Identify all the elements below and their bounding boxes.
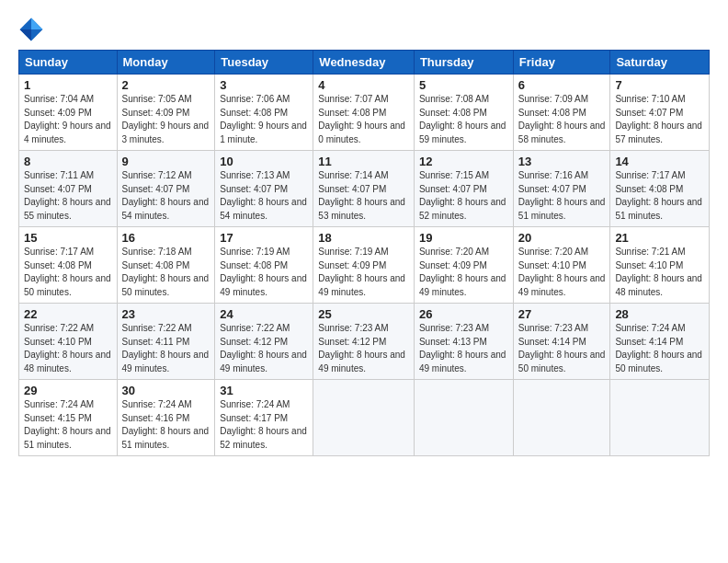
day-number-11: 11: [318, 155, 409, 168]
day-number-10: 10: [220, 155, 308, 168]
empty-cell: [313, 380, 415, 456]
day-info-6: Sunrise: 7:09 AMSunset: 4:08 PMDaylight:…: [518, 93, 606, 146]
weekday-header-monday: Monday: [117, 51, 215, 75]
day-cell-21: 21Sunrise: 7:21 AMSunset: 4:10 PMDayligh…: [610, 227, 710, 304]
week-row-1: 1Sunrise: 7:04 AMSunset: 4:09 PMDaylight…: [19, 75, 710, 151]
day-cell-10: 10Sunrise: 7:13 AMSunset: 4:07 PMDayligh…: [215, 151, 313, 227]
page: SundayMondayTuesdayWednesdayThursdayFrid…: [0, 0, 728, 563]
day-cell-22: 22Sunrise: 7:22 AMSunset: 4:10 PMDayligh…: [19, 304, 118, 380]
day-cell-17: 17Sunrise: 7:19 AMSunset: 4:08 PMDayligh…: [215, 227, 313, 304]
day-number-18: 18: [318, 231, 409, 245]
day-info-30: Sunrise: 7:24 AMSunset: 4:16 PMDaylight:…: [122, 398, 210, 452]
day-info-13: Sunrise: 7:16 AMSunset: 4:07 PMDaylight:…: [518, 169, 606, 223]
day-number-14: 14: [615, 155, 704, 168]
weekday-header-friday: Friday: [513, 51, 610, 75]
day-number-24: 24: [220, 307, 308, 321]
svg-marker-1: [31, 18, 42, 29]
day-number-15: 15: [24, 231, 112, 245]
day-number-30: 30: [122, 384, 210, 397]
day-cell-31: 31Sunrise: 7:24 AMSunset: 4:17 PMDayligh…: [215, 380, 313, 456]
day-info-15: Sunrise: 7:17 AMSunset: 4:08 PMDaylight:…: [24, 246, 112, 299]
day-cell-27: 27Sunrise: 7:23 AMSunset: 4:14 PMDayligh…: [513, 304, 610, 380]
day-cell-2: 2Sunrise: 7:05 AMSunset: 4:09 PMDaylight…: [117, 75, 215, 151]
day-number-5: 5: [419, 78, 508, 92]
day-info-23: Sunrise: 7:22 AMSunset: 4:11 PMDaylight:…: [122, 322, 210, 375]
day-cell-29: 29Sunrise: 7:24 AMSunset: 4:15 PMDayligh…: [19, 380, 118, 456]
day-cell-9: 9Sunrise: 7:12 AMSunset: 4:07 PMDaylight…: [117, 151, 215, 227]
weekday-header-row: SundayMondayTuesdayWednesdayThursdayFrid…: [19, 51, 710, 75]
logo: [18, 17, 48, 42]
day-cell-1: 1Sunrise: 7:04 AMSunset: 4:09 PMDaylight…: [19, 75, 118, 151]
weekday-header-thursday: Thursday: [414, 51, 513, 75]
day-cell-18: 18Sunrise: 7:19 AMSunset: 4:09 PMDayligh…: [313, 227, 415, 304]
day-number-28: 28: [615, 307, 704, 321]
day-number-4: 4: [318, 78, 409, 92]
day-info-27: Sunrise: 7:23 AMSunset: 4:14 PMDaylight:…: [518, 322, 606, 375]
day-info-7: Sunrise: 7:10 AMSunset: 4:07 PMDaylight:…: [615, 93, 704, 146]
day-number-8: 8: [24, 155, 112, 168]
day-number-2: 2: [122, 78, 210, 92]
week-row-2: 8Sunrise: 7:11 AMSunset: 4:07 PMDaylight…: [19, 151, 710, 227]
day-cell-6: 6Sunrise: 7:09 AMSunset: 4:08 PMDaylight…: [513, 75, 610, 151]
day-cell-5: 5Sunrise: 7:08 AMSunset: 4:08 PMDaylight…: [414, 75, 513, 151]
day-info-26: Sunrise: 7:23 AMSunset: 4:13 PMDaylight:…: [419, 322, 508, 375]
day-info-3: Sunrise: 7:06 AMSunset: 4:08 PMDaylight:…: [220, 93, 308, 146]
weekday-header-saturday: Saturday: [610, 51, 710, 75]
day-number-12: 12: [419, 155, 508, 168]
empty-cell: [610, 380, 710, 456]
day-info-19: Sunrise: 7:20 AMSunset: 4:09 PMDaylight:…: [419, 246, 508, 299]
day-number-16: 16: [122, 231, 210, 245]
day-info-17: Sunrise: 7:19 AMSunset: 4:08 PMDaylight:…: [220, 246, 308, 299]
day-info-18: Sunrise: 7:19 AMSunset: 4:09 PMDaylight:…: [318, 246, 409, 299]
weekday-header-tuesday: Tuesday: [215, 51, 313, 75]
day-info-9: Sunrise: 7:12 AMSunset: 4:07 PMDaylight:…: [122, 169, 210, 223]
day-info-14: Sunrise: 7:17 AMSunset: 4:08 PMDaylight:…: [615, 169, 704, 223]
day-cell-30: 30Sunrise: 7:24 AMSunset: 4:16 PMDayligh…: [117, 380, 215, 456]
day-number-3: 3: [220, 78, 308, 92]
week-row-3: 15Sunrise: 7:17 AMSunset: 4:08 PMDayligh…: [19, 227, 710, 304]
day-cell-13: 13Sunrise: 7:16 AMSunset: 4:07 PMDayligh…: [513, 151, 610, 227]
day-cell-28: 28Sunrise: 7:24 AMSunset: 4:14 PMDayligh…: [610, 304, 710, 380]
day-info-16: Sunrise: 7:18 AMSunset: 4:08 PMDaylight:…: [122, 246, 210, 299]
day-number-26: 26: [419, 307, 508, 321]
day-info-11: Sunrise: 7:14 AMSunset: 4:07 PMDaylight:…: [318, 169, 409, 223]
day-number-1: 1: [24, 78, 112, 92]
day-cell-14: 14Sunrise: 7:17 AMSunset: 4:08 PMDayligh…: [610, 151, 710, 227]
day-info-28: Sunrise: 7:24 AMSunset: 4:14 PMDaylight:…: [615, 322, 704, 375]
calendar-table: SundayMondayTuesdayWednesdayThursdayFrid…: [18, 50, 710, 456]
day-cell-4: 4Sunrise: 7:07 AMSunset: 4:08 PMDaylight…: [313, 75, 415, 151]
day-number-7: 7: [615, 78, 704, 92]
day-cell-25: 25Sunrise: 7:23 AMSunset: 4:12 PMDayligh…: [313, 304, 415, 380]
day-info-5: Sunrise: 7:08 AMSunset: 4:08 PMDaylight:…: [419, 93, 508, 146]
day-info-31: Sunrise: 7:24 AMSunset: 4:17 PMDaylight:…: [220, 398, 308, 452]
day-number-9: 9: [122, 155, 210, 168]
day-info-24: Sunrise: 7:22 AMSunset: 4:12 PMDaylight:…: [220, 322, 308, 375]
day-cell-7: 7Sunrise: 7:10 AMSunset: 4:07 PMDaylight…: [610, 75, 710, 151]
day-info-10: Sunrise: 7:13 AMSunset: 4:07 PMDaylight:…: [220, 169, 308, 223]
weekday-header-wednesday: Wednesday: [313, 51, 415, 75]
day-number-6: 6: [518, 78, 606, 92]
day-cell-20: 20Sunrise: 7:20 AMSunset: 4:10 PMDayligh…: [513, 227, 610, 304]
empty-cell: [513, 380, 610, 456]
day-info-25: Sunrise: 7:23 AMSunset: 4:12 PMDaylight:…: [318, 322, 409, 375]
weekday-header-sunday: Sunday: [19, 51, 118, 75]
day-info-29: Sunrise: 7:24 AMSunset: 4:15 PMDaylight:…: [24, 398, 112, 452]
day-cell-8: 8Sunrise: 7:11 AMSunset: 4:07 PMDaylight…: [19, 151, 118, 227]
day-cell-23: 23Sunrise: 7:22 AMSunset: 4:11 PMDayligh…: [117, 304, 215, 380]
day-info-1: Sunrise: 7:04 AMSunset: 4:09 PMDaylight:…: [24, 93, 112, 146]
day-cell-24: 24Sunrise: 7:22 AMSunset: 4:12 PMDayligh…: [215, 304, 313, 380]
day-cell-12: 12Sunrise: 7:15 AMSunset: 4:07 PMDayligh…: [414, 151, 513, 227]
day-cell-15: 15Sunrise: 7:17 AMSunset: 4:08 PMDayligh…: [19, 227, 118, 304]
day-number-19: 19: [419, 231, 508, 245]
empty-cell: [414, 380, 513, 456]
day-info-20: Sunrise: 7:20 AMSunset: 4:10 PMDaylight:…: [518, 246, 606, 299]
week-row-5: 29Sunrise: 7:24 AMSunset: 4:15 PMDayligh…: [19, 380, 710, 456]
week-row-4: 22Sunrise: 7:22 AMSunset: 4:10 PMDayligh…: [19, 304, 710, 380]
day-number-20: 20: [518, 231, 606, 245]
day-number-29: 29: [24, 384, 112, 397]
day-cell-19: 19Sunrise: 7:20 AMSunset: 4:09 PMDayligh…: [414, 227, 513, 304]
day-cell-3: 3Sunrise: 7:06 AMSunset: 4:08 PMDaylight…: [215, 75, 313, 151]
day-info-22: Sunrise: 7:22 AMSunset: 4:10 PMDaylight:…: [24, 322, 112, 375]
day-info-4: Sunrise: 7:07 AMSunset: 4:08 PMDaylight:…: [318, 93, 409, 146]
day-cell-16: 16Sunrise: 7:18 AMSunset: 4:08 PMDayligh…: [117, 227, 215, 304]
